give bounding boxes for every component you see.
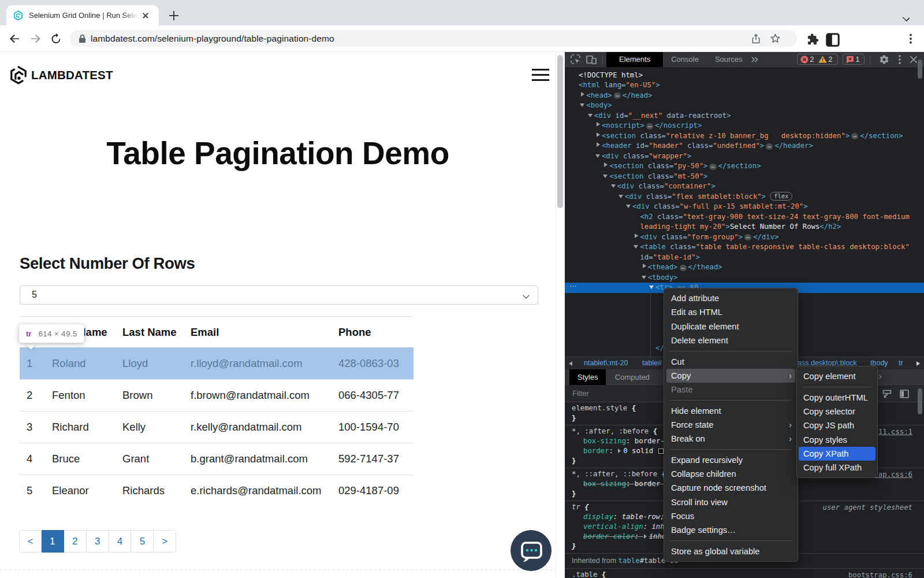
tab-styles[interactable]: Styles [569,369,606,385]
tab-elements[interactable]: Elements [606,52,663,67]
ellipsis-expand-icon[interactable]: … [851,133,858,139]
ellipsis-expand-icon[interactable]: … [614,92,621,99]
dom-node[interactable]: <!DOCTYPE html> [565,71,924,81]
device-toolbar-icon[interactable] [586,55,597,64]
dom-node[interactable]: <section class="relative z-10 banner_bg … [565,131,924,142]
extensions-puzzle-icon[interactable] [806,32,820,46]
expand-arrow-icon[interactable] [626,203,632,209]
menu-item-delete-element[interactable]: Delete element [664,334,798,347]
expand-arrow-icon[interactable] [611,183,617,188]
ellipsis-expand-icon[interactable]: … [709,164,716,170]
dom-node[interactable]: id="table-id"> [565,253,924,263]
dom-node[interactable]: <thead>…</thead> [565,262,924,273]
table-row[interactable]: 4BruceGrantb.grant@randatmail.com592-714… [20,443,413,475]
page-button-1[interactable]: 1 [42,530,64,553]
settings-gear-icon[interactable] [879,54,889,65]
flex-badge[interactable]: flex [770,192,792,201]
page-button-next[interactable]: > [154,530,176,553]
collapse-arrow-icon[interactable] [595,132,602,138]
expand-arrow-icon[interactable] [634,243,640,249]
dom-node[interactable]: <div class="form-group">…</div> [565,232,924,243]
menu-item-capture-node-screenshot[interactable]: Capture node screenshot [664,481,798,495]
collapse-arrow-icon[interactable] [642,264,648,269]
rows-select[interactable]: 5 [20,286,538,305]
expand-shorthand-icon[interactable] [618,449,621,453]
dom-node[interactable]: <div class="wrapper"> [565,151,924,162]
menu-item-duplicate-element[interactable]: Duplicate element [664,320,798,334]
menu-item-collapse-children[interactable]: Collapse children [664,467,798,481]
menu-item-store-as-global-variable[interactable]: Store as global variable [664,544,798,558]
menu-item-hide-element[interactable]: Hide element [664,403,798,417]
expand-shorthand-icon[interactable] [644,534,647,539]
dom-node[interactable]: <html lang="en-US"> [565,80,924,91]
page-button-3[interactable]: 3 [87,530,109,553]
dom-row-ellipsis[interactable]: ⋯ [569,282,577,290]
dom-node[interactable]: <section class="py-50">…</section> [565,161,924,172]
page-scrollbar-thumb[interactable] [557,55,563,208]
menu-item-break-on[interactable]: Break on› [664,432,798,446]
dom-node[interactable]: <noscript>…</noscript> [565,121,924,131]
dom-node[interactable]: <div id="__next" data-reactroot> [565,111,924,121]
panel-more-tabs-icon[interactable]: › [879,372,882,381]
page-scrollbar[interactable] [556,52,565,578]
menu-item-copy[interactable]: Copy› [666,369,795,383]
ellipsis-expand-icon[interactable]: … [766,143,773,150]
side-panel-icon[interactable] [826,33,840,47]
chat-widget-button[interactable] [511,530,552,571]
devtools-close-icon[interactable] [910,55,918,64]
new-tab-button[interactable] [169,11,178,20]
expand-arrow-icon[interactable] [649,284,655,290]
menu-item-focus[interactable]: Focus [664,509,798,523]
page-button-2[interactable]: 2 [64,530,87,553]
expand-arrow-icon[interactable] [580,102,586,108]
bookmark-star-icon[interactable] [770,33,781,44]
collapse-arrow-icon[interactable] [595,142,602,148]
menu-item-copy-styles[interactable]: Copy styles [796,432,878,446]
more-tabs-icon[interactable] [748,52,761,67]
menu-item-force-state[interactable]: Force state› [664,418,798,432]
expand-arrow-icon[interactable] [603,173,609,179]
table-row[interactable]: 3RichardKellyr.kelly@randatmail.com100-1… [20,411,413,443]
menu-item-paste[interactable]: Paste [664,383,798,397]
dom-node[interactable]: <header id="header" class="undefined">…<… [565,141,924,151]
ellipsis-expand-icon[interactable]: … [646,123,653,129]
menu-item-copy-xpath[interactable]: Copy XPath [799,447,875,461]
dom-node[interactable]: <body> [565,101,924,111]
inspect-element-icon[interactable] [571,54,580,64]
breadcrumb-right-arrow-icon[interactable] [916,361,920,366]
tab-sources[interactable]: Sources [709,52,748,67]
dom-node[interactable]: <section class="mt-50"> [565,172,924,182]
menu-item-copy-selector[interactable]: Copy selector [796,405,878,418]
menu-item-scroll-into-view[interactable]: Scroll into view [664,495,798,509]
dom-node[interactable]: <div class="flex smtablet:block">flex [565,192,924,202]
browser-menu-icon[interactable] [904,32,918,46]
browser-tab[interactable]: Selenium Grid Online | Run Sele [6,5,159,25]
table-row[interactable]: 1RolandLloydr.lloyd@randatmail.com428-08… [20,347,413,379]
styles-scrollbar-thumb[interactable] [918,388,922,414]
collapse-arrow-icon[interactable] [580,92,586,98]
dom-node[interactable]: <div class="w-full px-15 smtablet:mt-20"… [565,202,924,212]
menu-item-copy-element[interactable]: Copy element [796,369,878,383]
dom-node[interactable]: <h2 class="text-gray-900 text-size-24 te… [565,212,924,223]
lambdatest-logo[interactable]: LAMBDATEST [10,66,113,84]
menu-item-copy-full-xpath[interactable]: Copy full XPath [796,461,878,475]
dock-sidebar-icon[interactable] [900,390,909,398]
menu-item-edit-as-html[interactable]: Edit as HTML [664,305,798,319]
breadcrumb-left-arrow-icon[interactable] [569,361,572,366]
expand-arrow-icon[interactable] [588,112,594,118]
dom-node[interactable]: <head>…</head> [565,91,924,101]
collapse-arrow-icon[interactable] [634,234,640,239]
stylesheet-link[interactable]: bootstrap.css:6 [848,570,912,578]
page-button-5[interactable]: 5 [131,530,154,553]
menu-item-expand-recursively[interactable]: Expand recursively [664,453,798,467]
ellipsis-expand-icon[interactable]: … [680,265,687,271]
back-icon[interactable] [8,32,21,46]
menu-item-badge-settings-[interactable]: Badge settings… [664,523,798,537]
styles-filter-input[interactable]: Filter [572,389,589,398]
breadcrumb-item[interactable]: ntablet\:mt-20 [584,359,628,367]
expand-arrow-icon[interactable] [595,153,602,158]
stylesheet-link[interactable]: 11.css:1 [878,427,912,437]
breadcrumb-item[interactable]: tr [899,359,903,367]
dom-node[interactable]: <tbody> [565,273,924,283]
menu-item-cut[interactable]: Cut [664,354,798,368]
